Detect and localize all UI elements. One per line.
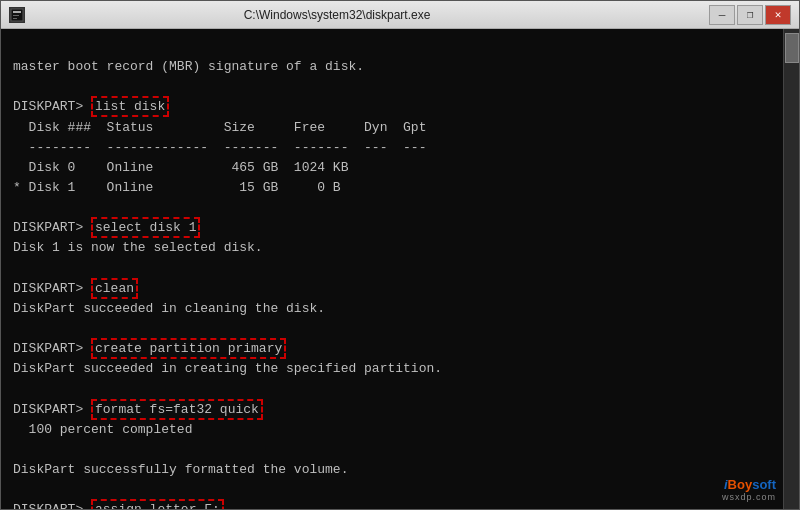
cmd-list-disk: list disk (91, 96, 169, 117)
watermark-domain: wsxdp.com (722, 492, 776, 502)
window: C:\Windows\system32\diskpart.exe — ❐ ✕ m… (0, 0, 800, 510)
prompt-6: DISKPART> (13, 502, 91, 509)
scrollbar-thumb[interactable] (785, 33, 799, 63)
cmd-assign: assign letter F: (91, 499, 224, 509)
app-icon (9, 7, 25, 23)
prompt-4: DISKPART> (13, 341, 91, 356)
disk1-row: * Disk 1 Online 15 GB 0 B (13, 180, 341, 195)
minimize-button[interactable]: — (709, 5, 735, 25)
terminal-output[interactable]: master boot record (MBR) signature of a … (1, 29, 783, 509)
prompt-5: DISKPART> (13, 402, 91, 417)
svg-rect-2 (13, 15, 19, 16)
titlebar-left (9, 7, 25, 23)
prompt-1: DISKPART> (13, 99, 91, 114)
line-create-partition: DiskPart succeeded in creating the speci… (13, 361, 442, 376)
line-format-progress: 100 percent completed (13, 422, 192, 437)
window-controls: — ❐ ✕ (709, 5, 791, 25)
cmd-select-disk: select disk 1 (91, 217, 200, 238)
header-row: Disk ### Status Size Free Dyn Gpt (13, 120, 426, 135)
close-button[interactable]: ✕ (765, 5, 791, 25)
restore-button[interactable]: ❐ (737, 5, 763, 25)
watermark-boy: Boy (728, 477, 753, 492)
watermark-logo: iBoysoft (724, 477, 776, 492)
watermark-soft: soft (752, 477, 776, 492)
cmd-create-partition: create partition primary (91, 338, 286, 359)
line-select-disk: Disk 1 is now the selected disk. (13, 240, 263, 255)
scrollbar[interactable] (783, 29, 799, 509)
cmd-clean: clean (91, 278, 138, 299)
prompt-3: DISKPART> (13, 281, 91, 296)
line-format-success: DiskPart successfully formatted the volu… (13, 462, 348, 477)
intro-line: master boot record (MBR) signature of a … (13, 59, 364, 74)
disk0-row: Disk 0 Online 465 GB 1024 KB (13, 160, 348, 175)
window-title: C:\Windows\system32\diskpart.exe (25, 8, 649, 22)
prompt-2: DISKPART> (13, 220, 91, 235)
svg-rect-1 (13, 11, 21, 13)
cmd-format: format fs=fat32 quick (91, 399, 263, 420)
svg-rect-3 (13, 18, 17, 19)
terminal-body: master boot record (MBR) signature of a … (1, 29, 799, 509)
titlebar: C:\Windows\system32\diskpart.exe — ❐ ✕ (1, 1, 799, 29)
separator-row: -------- ------------- ------- ------- -… (13, 140, 426, 155)
line-clean: DiskPart succeeded in cleaning the disk. (13, 301, 325, 316)
